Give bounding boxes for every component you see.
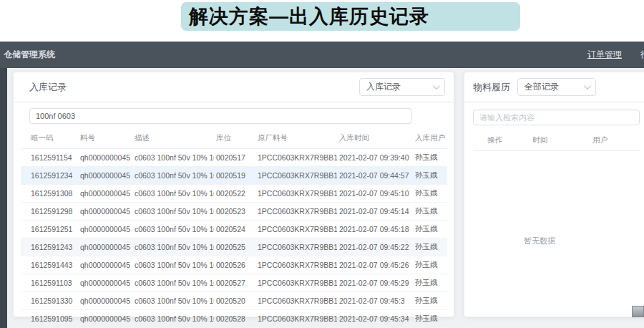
cell-mfr-part-no: 1PCC0603KRX7R9BB104 [255, 274, 337, 292]
cell-inbound-user: 孙玉娥 [413, 238, 447, 256]
col-header-mfr-part-no: 原厂料号 [255, 127, 337, 149]
col-header-inbound-time: 入库时间 [337, 127, 413, 149]
col-header-user: 用户 [590, 130, 640, 151]
cell-inbound-time: 2021-02-07 09:45:22 [337, 238, 413, 256]
cell-mfr-part-no: 1PCC0603KRX7R9BB104 [255, 221, 337, 238]
chevron-down-icon [433, 82, 440, 90]
record-type-select[interactable]: 入库记录 [359, 78, 445, 96]
cell-desc: c0603 100nf 50v 10% 104 [132, 292, 214, 310]
history-search-input[interactable] [473, 110, 640, 125]
table-row[interactable]: 1612591443 qh0000000045 c0603 100nf 50v … [21, 256, 447, 274]
cell-inbound-time: 2021-02-07 09:45:10 [337, 185, 413, 203]
history-table-header: 操作 时间 用户 [473, 130, 640, 151]
top-navbar: 仓储管理系统 订单管理 待 [0, 42, 644, 68]
cell-desc: c0603 100nf 50v 10% 104 [132, 310, 214, 328]
cell-desc: c0603 100nf 50v 10% 104 [132, 221, 214, 238]
cell-location: 0020524 [214, 221, 255, 238]
table-row[interactable]: 1612591095 qh0000000045 c0603 100nf 50v … [21, 310, 447, 328]
main-content: 入库记录 入库记录 唯一码 料号 描述 库位 原厂料号 [0, 68, 644, 328]
scrollbar-corner[interactable] [632, 306, 644, 317]
cell-uid: 1612591308 [21, 185, 78, 203]
cell-inbound-time: 2021-02-07 09:45:18 [337, 221, 413, 238]
cell-inbound-time: 2021-02-07 09:39:40 [337, 149, 413, 167]
cell-uid: 1612591330 [21, 292, 78, 310]
cell-inbound-user: 孙玉娥 [413, 203, 447, 221]
cell-part-no: qh0000000045 [78, 292, 132, 310]
cell-part-no: qh0000000045 [78, 238, 132, 256]
cell-mfr-part-no: 1PCC0603KRX7R9BB104 [255, 292, 337, 310]
chevron-down-icon [584, 82, 591, 90]
cell-inbound-user: 孙玉娥 [413, 149, 447, 167]
col-header-operation: 操作 [473, 130, 530, 151]
cell-inbound-user: 孙玉娥 [413, 292, 447, 310]
cell-part-no: qh0000000045 [78, 149, 132, 167]
col-header-inbound-user: 入库用户 [413, 127, 447, 149]
cell-inbound-user: 孙玉娥 [413, 274, 447, 292]
col-header-location: 库位 [214, 127, 255, 149]
cell-mfr-part-no: 1PCC0603KRX7R9BB104 [255, 256, 337, 274]
cell-desc: c0603 100nf 50v 10% 104 [132, 238, 214, 256]
cell-mfr-part-no: 1PCC0603KRX7R9BB104 [255, 238, 337, 256]
cell-desc: c0603 100nf 50v 10% 104 [132, 274, 214, 292]
table-row[interactable]: 1612591308 qh0000000045 c0603 100nf 50v … [21, 185, 447, 203]
history-filter-select[interactable]: 全部记录 [517, 78, 596, 96]
cell-location: 0020519 [214, 167, 255, 185]
cell-location: 0020523 [214, 203, 255, 221]
cell-desc: c0603 100nf 50v 10% 104 [132, 203, 214, 221]
cell-desc: c0603 100nf 50v 10% 104 [132, 149, 214, 167]
cell-inbound-time: 2021-02-07 09:45:14 [337, 203, 413, 221]
cell-mfr-part-no: 1PCC0603KRX7R9BB104 [255, 167, 337, 185]
inbound-search-input[interactable] [29, 108, 412, 124]
col-header-time: 时间 [530, 130, 590, 151]
history-table: 操作 时间 用户 [473, 130, 640, 151]
table-row[interactable]: 1612591103 qh0000000045 c0603 100nf 50v … [21, 274, 447, 292]
col-header-part-no: 料号 [78, 127, 132, 149]
history-panel-header: 物料履历 全部记录 [464, 72, 644, 102]
cell-inbound-time: 2021-02-07 09:44:57 [337, 167, 413, 185]
cell-uid: 1612591103 [21, 274, 78, 292]
slide: 解决方案—出入库历史记录 仓储管理系统 订单管理 待 入库记录 入库记录 [0, 0, 644, 328]
cell-desc: c0603 100nf 50v 10% 104 [132, 185, 214, 203]
table-row[interactable]: 1612591234 qh0000000045 c0603 100nf 50v … [21, 167, 447, 185]
cell-location: 0020526 [214, 256, 255, 274]
inbound-panel-title: 入库记录 [29, 81, 67, 94]
empty-state-text: 暂无数据 [464, 236, 615, 246]
col-header-uid: 唯一码 [21, 127, 78, 149]
table-row[interactable]: 1612591330 qh0000000045 c0603 100nf 50v … [21, 292, 447, 310]
app-window: 仓储管理系统 订单管理 待 入库记录 入库记录 [0, 42, 644, 328]
inbound-table-body: 1612591154 qh0000000045 c0603 100nf 50v … [21, 149, 447, 328]
cell-inbound-user: 孙玉娥 [413, 185, 447, 203]
cell-part-no: qh0000000045 [78, 310, 132, 328]
cell-uid: 1612591443 [21, 256, 78, 274]
cell-inbound-user: 孙玉娥 [413, 167, 447, 185]
cell-location: 0020517 [214, 149, 255, 167]
table-row[interactable]: 1612591243 qh0000000045 c0603 100nf 50v … [21, 238, 447, 256]
table-row[interactable]: 1612591298 qh0000000045 c0603 100nf 50v … [21, 203, 447, 221]
table-row[interactable]: 1612591154 qh0000000045 c0603 100nf 50v … [21, 149, 447, 167]
cell-location: 0020525 [214, 238, 255, 256]
app-brand: 仓储管理系统 [4, 49, 55, 61]
history-panel-title: 物料履历 [473, 81, 510, 94]
material-history-panel: 物料履历 全部记录 操作 时间 用户 [464, 72, 644, 317]
table-row[interactable]: 1612591251 qh0000000045 c0603 100nf 50v … [21, 221, 447, 238]
cell-inbound-time: 2021-02-07 09:45:26 [337, 256, 413, 274]
inbound-records-panel: 入库记录 入库记录 唯一码 料号 描述 库位 原厂料号 [13, 72, 454, 317]
cell-location: 0020520 [214, 292, 255, 310]
cell-part-no: qh0000000045 [78, 274, 132, 292]
cell-part-no: qh0000000045 [78, 221, 132, 238]
cell-inbound-user: 孙玉娥 [413, 310, 447, 328]
cell-uid: 1612591234 [21, 167, 78, 185]
slide-title-banner: 解决方案—出入库历史记录 [181, 2, 520, 31]
cell-inbound-user: 孙玉娥 [413, 256, 447, 274]
cell-uid: 1612591243 [21, 238, 78, 256]
cell-desc: c0603 100nf 50v 10% 104 [132, 167, 214, 185]
nav-item-clipped[interactable]: 待 [640, 49, 644, 61]
cell-mfr-part-no: 1PCC0603KRX7R9BB104 [255, 185, 337, 203]
inbound-table-header: 唯一码 料号 描述 库位 原厂料号 入库时间 入库用户 [21, 127, 447, 149]
cell-mfr-part-no: 1PCC0603KRX7R9BB104 [255, 310, 337, 328]
navbar-menu: 订单管理 待 [587, 49, 644, 61]
nav-item-order-management[interactable]: 订单管理 [587, 49, 622, 61]
cell-uid: 1612591251 [21, 221, 78, 238]
cell-uid: 1612591154 [21, 149, 78, 167]
cell-part-no: qh0000000045 [78, 256, 132, 274]
